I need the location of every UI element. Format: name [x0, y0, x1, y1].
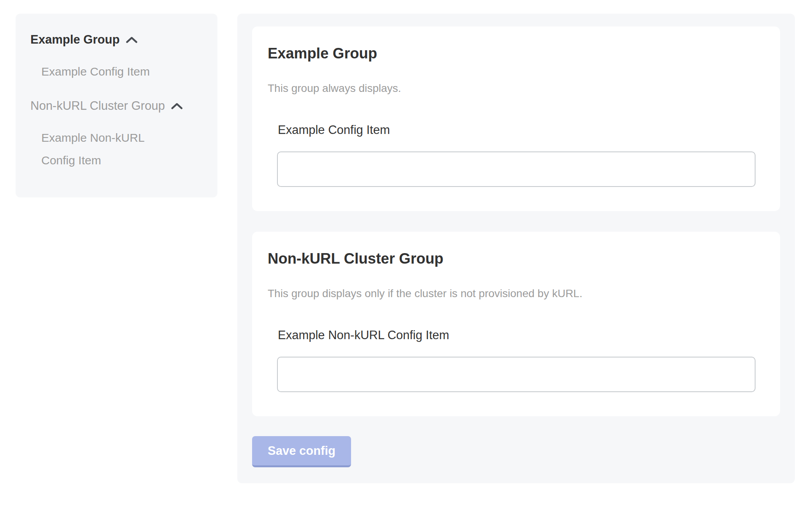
sidebar-group-label: Example Group	[30, 32, 120, 47]
example-config-item-input[interactable]	[277, 151, 756, 187]
sidebar-group-label: Non-kURL Cluster Group	[30, 99, 165, 113]
group-description: This group displays only if the cluster …	[268, 286, 756, 301]
sidebar-group-example-group[interactable]: Example Group	[30, 32, 206, 47]
config-group-card-example-group: Example Group This group always displays…	[252, 26, 780, 211]
config-item-field	[277, 357, 756, 392]
config-sidebar: Example Group Example Config Item Non-kU…	[16, 14, 217, 197]
group-title: Example Group	[268, 45, 756, 62]
config-item-field	[277, 151, 756, 187]
sidebar-item-example-config-item[interactable]: Example Config Item	[41, 60, 170, 83]
sidebar-item-example-non-kurl-config-item[interactable]: Example Non-kURL Config Item	[41, 127, 170, 172]
chevron-up-icon	[126, 37, 138, 43]
chevron-up-icon	[171, 103, 183, 109]
config-group-card-non-kurl-cluster-group: Non-kURL Cluster Group This group displa…	[252, 232, 780, 416]
example-non-kurl-config-item-input[interactable]	[277, 357, 756, 392]
group-title: Non-kURL Cluster Group	[268, 250, 756, 267]
group-description: This group always displays.	[268, 81, 756, 96]
config-item-label: Example Config Item	[278, 122, 756, 138]
save-config-button[interactable]: Save config	[252, 436, 351, 467]
config-panel: Example Group This group always displays…	[237, 14, 795, 483]
sidebar-group-non-kurl-cluster-group[interactable]: Non-kURL Cluster Group	[30, 99, 206, 113]
config-item-label: Example Non-kURL Config Item	[278, 327, 756, 343]
